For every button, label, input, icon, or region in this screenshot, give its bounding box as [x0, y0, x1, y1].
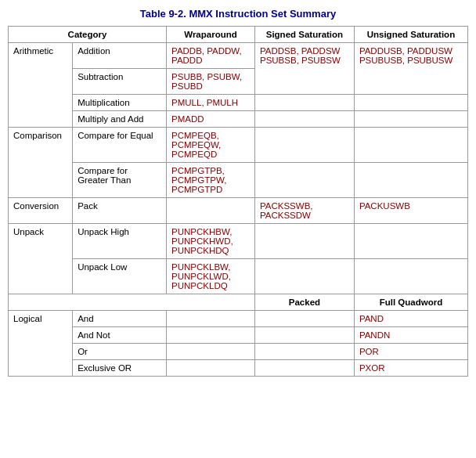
signed-madd: [254, 111, 354, 128]
col-category: Category: [9, 27, 167, 43]
subcategory-and: And: [73, 311, 167, 327]
section-logical: Logical: [9, 311, 73, 377]
signed-mult: [254, 95, 354, 111]
full-quadword-label: Full Quadword: [354, 294, 467, 311]
packed-or: [254, 344, 354, 360]
table-row: Compare forGreater Than PCMPGTPB,PCMPGTP…: [9, 163, 468, 198]
subcategory-compare-equal: Compare for Equal: [73, 128, 167, 163]
wrap-xor: [167, 360, 255, 377]
unsigned-unpack-high: [354, 224, 467, 259]
fullq-xor: PXOR: [354, 360, 467, 377]
unsigned-ceq: [354, 128, 467, 163]
table-row: Exclusive OR PXOR: [9, 360, 468, 377]
unsigned-cgt: [354, 163, 467, 198]
table-row: Unpack Low PUNPCKLBW,PUNPCKLWD,PUNPCKLDQ: [9, 259, 468, 294]
col-unsigned: Unsigned Saturation: [354, 27, 467, 43]
wrap-or: [167, 344, 255, 360]
signed-unpack-high: [254, 224, 354, 259]
subcategory-unpack-low: Unpack Low: [73, 259, 167, 294]
col-signed: Signed Saturation: [254, 27, 354, 43]
table-row: Arithmetic Addition PADDB, PADDW,PADDD P…: [9, 43, 468, 69]
table-row: Or POR: [9, 344, 468, 360]
table-row: Unpack Unpack High PUNPCKHBW,PUNPCKHWD,P…: [9, 224, 468, 259]
packed-header-row: Packed Full Quadword: [9, 294, 468, 311]
wrap-pack: [167, 198, 255, 224]
wrap-multiplication: PMULL, PMULH: [167, 95, 255, 111]
subcategory-and-not: And Not: [73, 327, 167, 344]
wrap-and: [167, 311, 255, 327]
subcategory-pack: Pack: [73, 198, 167, 224]
table-row: Conversion Pack PACKSSWB,PACKSSDW PACKUS…: [9, 198, 468, 224]
subcategory-multiply-add: Multiply and Add: [73, 111, 167, 128]
unsigned-mult: [354, 95, 467, 111]
unsigned-madd: [354, 111, 467, 128]
table-row: Comparison Compare for Equal PCMPEQB,PCM…: [9, 128, 468, 163]
packed-label: Packed: [254, 294, 354, 311]
subcategory-addition: Addition: [73, 43, 167, 69]
wrap-subtraction: PSUBB, PSUBW,PSUBD: [167, 69, 255, 95]
subcategory-unpack-high: Unpack High: [73, 224, 167, 259]
table-row: And Not PANDN: [9, 327, 468, 344]
subcategory-subtraction: Subtraction: [73, 69, 167, 95]
fullq-and-not: PANDN: [354, 327, 467, 344]
signed-ceq: [254, 128, 354, 163]
packed-empty: [9, 294, 255, 311]
table-row: Multiplication PMULL, PMULH: [9, 95, 468, 111]
section-unpack: Unpack: [9, 224, 73, 294]
section-comparison: Comparison: [9, 128, 73, 198]
table-row: Multiply and Add PMADD: [9, 111, 468, 128]
signed-cgt: [254, 163, 354, 198]
subcategory-compare-gt: Compare forGreater Than: [73, 163, 167, 198]
wrap-compare-equal: PCMPEQB,PCMPEQW,PCMPEQD: [167, 128, 255, 163]
unsigned-pack: PACKUSWB: [354, 198, 467, 224]
wrap-unpack-high: PUNPCKHBW,PUNPCKHWD,PUNPCKHDQ: [167, 224, 255, 259]
wrap-multiply-add: PMADD: [167, 111, 255, 128]
packed-and: [254, 311, 354, 327]
signed-arith: PADDSB, PADDSWPSUBSB, PSUBSW: [254, 43, 354, 95]
col-wraparound: Wraparound: [167, 27, 255, 43]
page-title: Table 9-2. MMX Instruction Set Summary: [8, 8, 468, 20]
table-row: Logical And PAND: [9, 311, 468, 327]
packed-and-not: [254, 327, 354, 344]
section-arithmetic: Arithmetic: [9, 43, 73, 128]
wrap-compare-gt: PCMPGTPB,PCMPGTPW,PCMPGTPD: [167, 163, 255, 198]
wrap-and-not: [167, 327, 255, 344]
subcategory-multiplication: Multiplication: [73, 95, 167, 111]
fullq-and: PAND: [354, 311, 467, 327]
wrap-addition: PADDB, PADDW,PADDD: [167, 43, 255, 69]
subcategory-xor: Exclusive OR: [73, 360, 167, 377]
signed-pack: PACKSSWB,PACKSSDW: [254, 198, 354, 224]
unsigned-unpack-low: [354, 259, 467, 294]
signed-unpack-low: [254, 259, 354, 294]
subcategory-or: Or: [73, 344, 167, 360]
fullq-or: POR: [354, 344, 467, 360]
packed-xor: [254, 360, 354, 377]
unsigned-arith: PADDUSB, PADDUSWPSUBUSB, PSUBUSW: [354, 43, 467, 95]
wrap-unpack-low: PUNPCKLBW,PUNPCKLWD,PUNPCKLDQ: [167, 259, 255, 294]
mmx-table: Category Wraparound Signed Saturation Un…: [8, 26, 468, 377]
section-conversion: Conversion: [9, 198, 73, 224]
